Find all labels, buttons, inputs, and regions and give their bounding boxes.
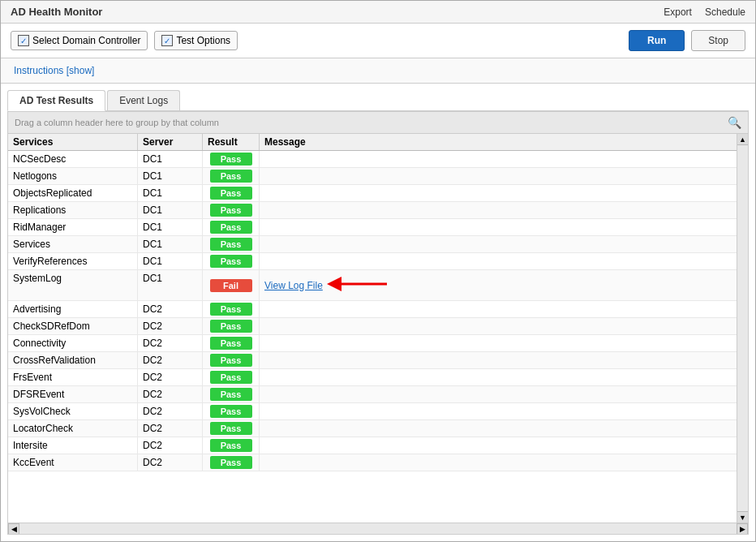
scroll-track[interactable] bbox=[737, 145, 748, 511]
select-dc-label: Select Domain Controller bbox=[32, 35, 140, 46]
cell-service: ObjectsReplicated bbox=[8, 185, 138, 201]
result-badge: Pass bbox=[210, 187, 252, 200]
scroll-right-button[interactable]: ▶ bbox=[737, 523, 748, 535]
result-badge: Pass bbox=[210, 303, 252, 316]
col-header-services[interactable]: Services bbox=[8, 134, 138, 150]
table-row: KccEvent DC2 Pass bbox=[8, 454, 737, 471]
toolbar: ✓ Select Domain Controller ✓ Test Option… bbox=[1, 24, 755, 58]
cell-service: CrossRefValidation bbox=[8, 352, 138, 368]
run-button[interactable]: Run bbox=[629, 30, 685, 51]
cell-message bbox=[260, 202, 737, 218]
title-bar-actions: Export Schedule bbox=[664, 6, 745, 18]
cell-result: Pass bbox=[203, 352, 260, 368]
cell-service: Intersite bbox=[8, 437, 138, 454]
table-container: Drag a column header here to group by th… bbox=[7, 111, 749, 535]
cell-result: Pass bbox=[203, 301, 260, 317]
table-row: VerifyReferences DC1 Pass bbox=[8, 253, 737, 270]
table-row: NCSecDesc DC1 Pass bbox=[8, 151, 737, 168]
table-row: SysVolCheck DC2 Pass bbox=[8, 403, 737, 420]
cell-result: Pass bbox=[203, 202, 260, 218]
result-badge: Pass bbox=[210, 255, 252, 268]
cell-service: SystemLog bbox=[8, 270, 138, 300]
export-link[interactable]: Export bbox=[664, 6, 692, 18]
col-header-result[interactable]: Result bbox=[203, 134, 260, 150]
title-bar: AD Health Monitor Export Schedule bbox=[1, 1, 755, 24]
tab-ad-test-results[interactable]: AD Test Results bbox=[7, 90, 105, 111]
cell-message bbox=[260, 253, 737, 269]
horizontal-scrollbar[interactable]: ◀ ▶ bbox=[8, 523, 748, 534]
select-dc-checkbox[interactable]: ✓ bbox=[18, 35, 29, 46]
cell-service: FrsEvent bbox=[8, 369, 138, 385]
cell-server: DC1 bbox=[138, 168, 203, 184]
search-icon[interactable]: 🔍 bbox=[728, 116, 741, 129]
cell-service: RidManager bbox=[8, 219, 138, 235]
result-badge: Pass bbox=[210, 371, 252, 384]
cell-message bbox=[260, 168, 737, 184]
view-log-file-link[interactable]: View Log File bbox=[264, 280, 323, 291]
scroll-down-button[interactable]: ▼ bbox=[737, 511, 748, 523]
vertical-scrollbar[interactable]: ▲ ▼ bbox=[737, 134, 748, 523]
hscroll-track[interactable] bbox=[19, 523, 737, 534]
cell-service: Netlogons bbox=[8, 168, 138, 184]
col-header-message[interactable]: Message bbox=[260, 134, 737, 150]
select-dc-button[interactable]: ✓ Select Domain Controller bbox=[11, 31, 148, 50]
col-header-server[interactable]: Server bbox=[138, 134, 203, 150]
cell-message bbox=[260, 454, 737, 471]
table-row: Advertising DC2 Pass bbox=[8, 301, 737, 318]
test-options-label: Test Options bbox=[176, 35, 230, 46]
cell-result: Pass bbox=[203, 236, 260, 252]
tabs: AD Test Results Event Logs bbox=[7, 90, 749, 111]
cell-service: NCSecDesc bbox=[8, 151, 138, 167]
cell-message bbox=[260, 352, 737, 368]
table-row: ObjectsReplicated DC1 Pass bbox=[8, 185, 737, 202]
column-header-row: Services Server Result Message bbox=[8, 134, 737, 151]
cell-result: Pass bbox=[203, 168, 260, 184]
cell-result: Pass bbox=[203, 437, 260, 454]
test-options-checkbox[interactable]: ✓ bbox=[161, 35, 173, 46]
schedule-link[interactable]: Schedule bbox=[705, 6, 745, 18]
cell-message bbox=[260, 386, 737, 402]
table-row: Connectivity DC2 Pass bbox=[8, 335, 737, 352]
test-options-button[interactable]: ✓ Test Options bbox=[154, 31, 238, 50]
cell-service: Connectivity bbox=[8, 335, 138, 351]
cell-result: Pass bbox=[203, 219, 260, 235]
cell-result: Pass bbox=[203, 454, 260, 471]
result-badge-fail: Fail bbox=[210, 279, 252, 292]
drag-header-text: Drag a column header here to group by th… bbox=[15, 118, 219, 127]
scroll-left-button[interactable]: ◀ bbox=[8, 523, 19, 535]
instructions-bar: Instructions [show] bbox=[1, 58, 755, 84]
cell-server: DC2 bbox=[138, 403, 203, 419]
stop-button[interactable]: Stop bbox=[691, 30, 745, 51]
cell-message bbox=[260, 369, 737, 385]
cell-result: Pass bbox=[203, 335, 260, 351]
cell-message-systemlog: View Log File bbox=[260, 270, 737, 300]
cell-server: DC2 bbox=[138, 369, 203, 385]
cell-result: Pass bbox=[203, 185, 260, 201]
cell-result: Pass bbox=[203, 253, 260, 269]
cell-server: DC1 bbox=[138, 185, 203, 201]
cell-server: DC1 bbox=[138, 202, 203, 218]
result-badge: Pass bbox=[210, 388, 252, 401]
cell-service: CheckSDRefDom bbox=[8, 318, 138, 334]
cell-result: Pass bbox=[203, 151, 260, 167]
scroll-up-button[interactable]: ▲ bbox=[737, 134, 748, 145]
cell-server: DC1 bbox=[138, 270, 203, 300]
instructions-show-link[interactable]: [show] bbox=[67, 65, 95, 76]
result-badge: Pass bbox=[210, 337, 252, 350]
result-badge: Pass bbox=[210, 221, 252, 234]
result-badge: Pass bbox=[210, 153, 252, 166]
cell-message bbox=[260, 301, 737, 317]
cell-message bbox=[260, 437, 737, 454]
cell-server: DC1 bbox=[138, 219, 203, 235]
table-row: CheckSDRefDom DC2 Pass bbox=[8, 318, 737, 335]
cell-server: DC1 bbox=[138, 236, 203, 252]
table-row: FrsEvent DC2 Pass bbox=[8, 369, 737, 386]
cell-service: Advertising bbox=[8, 301, 138, 317]
app-window: AD Health Monitor Export Schedule ✓ Sele… bbox=[0, 0, 756, 542]
cell-service: SysVolCheck bbox=[8, 403, 138, 419]
tab-event-logs[interactable]: Event Logs bbox=[107, 90, 180, 110]
table-row: CrossRefValidation DC2 Pass bbox=[8, 352, 737, 369]
cell-service: Services bbox=[8, 236, 138, 252]
table-row: Netlogons DC1 Pass bbox=[8, 168, 737, 185]
table-row: Replications DC1 Pass bbox=[8, 202, 737, 219]
